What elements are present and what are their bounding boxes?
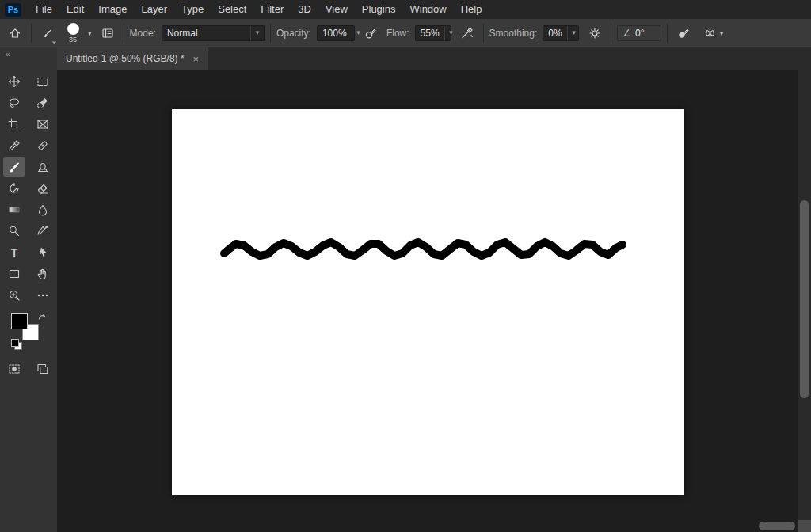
chevron-down-icon[interactable]: ▾ — [88, 29, 92, 37]
quick-mask-mode-button[interactable] — [3, 359, 25, 378]
crop-icon — [8, 118, 21, 131]
document-tab-title: Untitled-1 @ 50% (RGB/8) * — [66, 53, 185, 64]
home-icon — [9, 27, 21, 40]
rectangular-marquee-tool[interactable] — [32, 71, 54, 91]
path-selection-tool[interactable] — [32, 242, 54, 262]
chevron-down-icon: ▼ — [250, 26, 264, 40]
divider — [270, 24, 271, 43]
marquee-icon — [36, 75, 49, 88]
magnifier-icon — [8, 289, 21, 302]
move-tool[interactable] — [3, 71, 25, 91]
brush-angle-field[interactable]: ∠ 0° — [617, 25, 661, 41]
smoothing-value: 0% — [548, 28, 562, 39]
mode-label: Mode: — [130, 28, 156, 39]
menu-type[interactable]: Type — [174, 0, 211, 19]
pen-tool[interactable] — [32, 221, 54, 241]
edit-toolbar-button[interactable] — [32, 285, 54, 305]
dodge-tool[interactable] — [3, 221, 25, 241]
crop-tool[interactable] — [3, 114, 25, 134]
water-drop-icon — [36, 203, 49, 216]
menu-image[interactable]: Image — [91, 0, 134, 19]
type-tool[interactable]: T — [3, 242, 25, 262]
lasso-icon — [8, 97, 21, 109]
divider — [483, 24, 484, 43]
brush-preset-picker[interactable]: 35 — [63, 23, 82, 44]
zoom-tool[interactable] — [3, 285, 25, 305]
brush-tool[interactable] — [3, 157, 25, 177]
rectangle-tool[interactable] — [3, 264, 25, 283]
mode-select[interactable]: Normal ▼ — [162, 25, 265, 41]
panel-bottom-icons — [0, 359, 57, 378]
menu-3d[interactable]: 3D — [291, 0, 318, 19]
menu-filter[interactable]: Filter — [253, 0, 291, 19]
rectangle-icon — [8, 268, 21, 280]
opacity-label: Opacity: — [276, 28, 311, 39]
document-canvas[interactable] — [172, 109, 684, 495]
collapse-panel-button[interactable]: « — [0, 48, 57, 65]
opacity-combo[interactable]: 100% ▼ — [317, 25, 355, 41]
airbrush-icon — [461, 27, 474, 40]
clone-stamp-tool[interactable] — [32, 157, 54, 177]
brush-tip-preview-icon — [67, 23, 79, 35]
foreground-color-swatch[interactable] — [11, 313, 28, 329]
options-bar: 35 ▾ Mode: Normal ▼ Opacity: 100% ▼ Flow… — [0, 19, 811, 48]
scrollbar-corner — [798, 520, 811, 532]
menu-file[interactable]: File — [29, 0, 59, 19]
screen-mode-button[interactable] — [32, 359, 54, 378]
history-brush-tool[interactable] — [3, 178, 25, 198]
document-tab[interactable]: Untitled-1 @ 50% (RGB/8) * × — [57, 48, 208, 70]
default-colors-button[interactable] — [11, 339, 21, 349]
tool-flyout-arrow-icon — [50, 36, 56, 43]
brush-tool-preset-button[interactable] — [37, 23, 58, 44]
vertical-scrollbar-thumb[interactable] — [800, 200, 809, 398]
pressure-opacity-button[interactable] — [360, 23, 381, 44]
symmetry-button[interactable]: ▾ — [699, 23, 720, 44]
smoothing-combo[interactable]: 0% ▼ — [543, 25, 579, 41]
smoothing-label: Smoothing: — [489, 28, 538, 39]
opacity-value: 100% — [322, 28, 347, 39]
brush-size-label: 35 — [69, 36, 77, 44]
menu-plugins[interactable]: Plugins — [355, 0, 403, 19]
divider — [124, 24, 124, 43]
angle-icon: ∠ — [623, 28, 631, 39]
gradient-tool[interactable] — [3, 200, 25, 219]
chevron-down-icon: ▼ — [567, 26, 581, 40]
quick-selection-tool[interactable] — [32, 93, 54, 112]
close-icon[interactable]: × — [193, 53, 200, 65]
flow-value: 55% — [421, 28, 440, 39]
menu-select[interactable]: Select — [211, 0, 253, 19]
healing-brush-icon — [36, 139, 49, 152]
eyedropper-tool[interactable] — [3, 135, 25, 155]
menu-window[interactable]: Window — [402, 0, 453, 19]
divider — [31, 24, 32, 43]
divider — [611, 24, 611, 43]
blur-tool[interactable] — [32, 200, 54, 219]
brush-settings-panel-icon — [101, 27, 114, 40]
vertical-scrollbar[interactable] — [798, 70, 811, 532]
menu-help[interactable]: Help — [454, 0, 489, 19]
divider — [667, 24, 668, 43]
horizontal-scrollbar-thumb[interactable] — [759, 522, 795, 530]
pen-pressure-opacity-icon — [364, 27, 377, 40]
eraser-tool[interactable] — [32, 178, 54, 198]
home-button[interactable] — [5, 23, 25, 44]
menu-edit[interactable]: Edit — [59, 0, 91, 19]
document-tab-bar: Untitled-1 @ 50% (RGB/8) * × — [57, 48, 811, 70]
spot-healing-brush-tool[interactable] — [32, 135, 54, 155]
flow-combo[interactable]: 55% ▼ — [415, 25, 451, 41]
chevron-down-icon: ▾ — [720, 29, 724, 37]
menu-view[interactable]: View — [318, 0, 355, 19]
eraser-icon — [36, 182, 49, 195]
smoothing-options-button[interactable] — [584, 23, 605, 44]
pen-pressure-size-icon — [677, 27, 690, 40]
airbrush-button[interactable] — [457, 23, 478, 44]
frame-tool[interactable] — [32, 114, 54, 134]
lasso-tool[interactable] — [3, 93, 25, 112]
hand-tool[interactable] — [32, 264, 54, 283]
pressure-size-button[interactable] — [673, 23, 694, 44]
screen-mode-icon — [36, 363, 49, 375]
brush-settings-panel-toggle[interactable] — [97, 23, 118, 44]
color-swatches — [11, 313, 46, 349]
butterfly-symmetry-icon — [703, 27, 717, 40]
menu-layer[interactable]: Layer — [135, 0, 175, 19]
